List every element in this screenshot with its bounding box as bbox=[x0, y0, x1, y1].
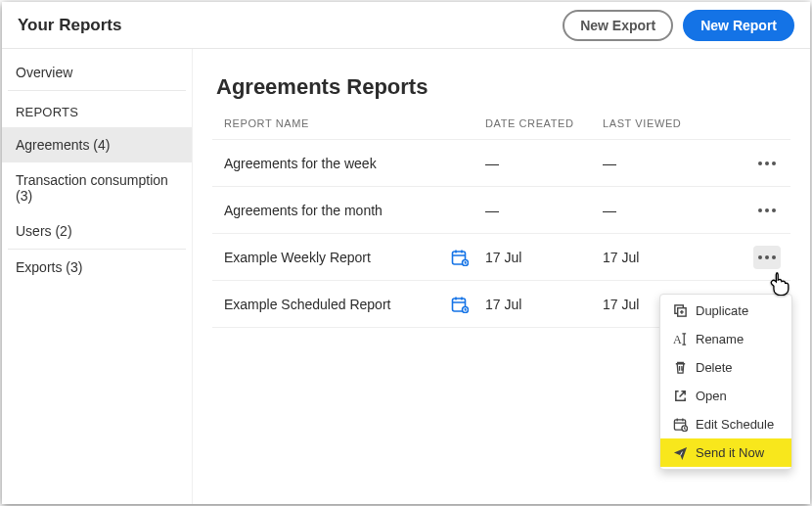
svg-point-0 bbox=[758, 161, 762, 165]
row-actions-button[interactable] bbox=[753, 199, 781, 222]
table-row: Example Weekly Report17 Jul17 Jul bbox=[212, 234, 790, 281]
scheduled-icon bbox=[451, 249, 485, 266]
send-icon bbox=[672, 445, 688, 460]
svg-point-1 bbox=[765, 161, 769, 165]
row-name: Example Scheduled Report bbox=[216, 297, 451, 312]
page-title: Agreements Reports bbox=[216, 74, 790, 100]
schedule-icon bbox=[672, 417, 688, 432]
svg-text:A: A bbox=[673, 333, 682, 346]
menu-item-delete[interactable]: Delete bbox=[660, 353, 791, 382]
sidebar-section-reports: REPORTS bbox=[2, 91, 192, 127]
menu-item-label: Rename bbox=[696, 332, 744, 346]
sidebar-item-transaction-consumption[interactable]: Transaction consumption (3) bbox=[2, 162, 192, 213]
row-actions-button[interactable] bbox=[753, 246, 781, 269]
open-icon bbox=[672, 389, 688, 403]
sidebar-item-overview[interactable]: Overview bbox=[2, 55, 192, 90]
row-actions-button[interactable] bbox=[753, 152, 781, 175]
svg-point-3 bbox=[758, 208, 762, 212]
menu-item-open[interactable]: Open bbox=[660, 382, 791, 410]
menu-item-label: Edit Schedule bbox=[696, 417, 774, 432]
row-name: Agreements for the month bbox=[216, 203, 451, 218]
column-header-viewed: LAST VIEWED bbox=[603, 117, 720, 129]
table-row: Agreements for the week—— bbox=[212, 140, 790, 187]
svg-point-5 bbox=[772, 208, 776, 212]
svg-point-2 bbox=[772, 161, 776, 165]
row-viewed: — bbox=[603, 203, 720, 218]
main-content: Agreements Reports REPORT NAME DATE CREA… bbox=[193, 49, 810, 504]
sidebar-item-users[interactable]: Users (2) bbox=[2, 213, 192, 249]
scheduled-icon bbox=[451, 296, 485, 313]
row-viewed: 17 Jul bbox=[603, 250, 720, 265]
row-name: Example Weekly Report bbox=[216, 250, 451, 265]
svg-point-8 bbox=[758, 255, 762, 259]
new-report-button[interactable]: New Report bbox=[683, 10, 794, 41]
svg-point-4 bbox=[765, 208, 769, 212]
menu-item-label: Send it Now bbox=[696, 445, 764, 460]
table-header: REPORT NAME DATE CREATED LAST VIEWED bbox=[212, 117, 790, 140]
rename-icon: A bbox=[672, 332, 688, 346]
row-created: — bbox=[485, 156, 603, 171]
sidebar-item-agreements[interactable]: Agreements (4) bbox=[2, 127, 192, 162]
menu-item-label: Open bbox=[696, 389, 727, 403]
row-created: 17 Jul bbox=[485, 250, 603, 265]
delete-icon bbox=[672, 360, 688, 375]
top-bar: Your Reports New Export New Report bbox=[2, 2, 810, 49]
page-app-title: Your Reports bbox=[18, 16, 121, 35]
column-header-created: DATE CREATED bbox=[485, 117, 603, 129]
menu-item-label: Duplicate bbox=[696, 303, 748, 318]
row-viewed: — bbox=[603, 156, 720, 171]
sidebar-item-exports[interactable]: Exports (3) bbox=[2, 250, 192, 285]
menu-item-rename[interactable]: ARename bbox=[660, 325, 791, 353]
menu-item-send-it-now[interactable]: Send it Now bbox=[660, 438, 791, 467]
table-row: Agreements for the month—— bbox=[212, 187, 790, 234]
svg-point-9 bbox=[765, 255, 769, 259]
sidebar: Overview REPORTS Agreements (4) Transact… bbox=[2, 49, 193, 504]
menu-item-edit-schedule[interactable]: Edit Schedule bbox=[660, 410, 791, 438]
menu-item-label: Delete bbox=[696, 360, 733, 375]
row-created: 17 Jul bbox=[485, 297, 603, 312]
new-export-button[interactable]: New Export bbox=[563, 10, 673, 41]
row-created: — bbox=[485, 203, 603, 218]
row-name: Agreements for the week bbox=[216, 156, 451, 171]
duplicate-icon bbox=[672, 303, 688, 318]
svg-point-10 bbox=[772, 255, 776, 259]
row-context-menu: DuplicateARenameDeleteOpenEdit ScheduleS… bbox=[659, 294, 792, 470]
column-header-name: REPORT NAME bbox=[216, 117, 485, 129]
menu-item-duplicate[interactable]: Duplicate bbox=[660, 297, 791, 325]
